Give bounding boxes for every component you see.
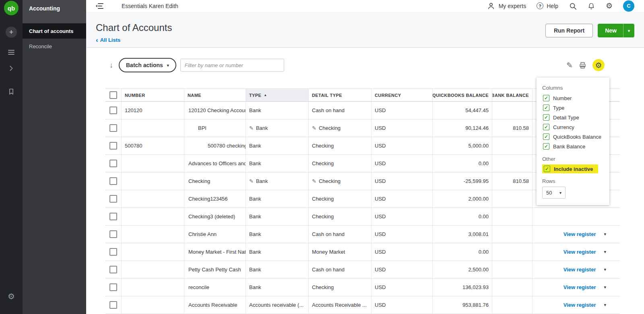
row-currency: USD: [372, 172, 433, 190]
new-button[interactable]: New ▾: [598, 24, 634, 37]
page-title: Chart of Accounts: [96, 22, 172, 33]
action-caret-icon[interactable]: ▾: [604, 232, 606, 237]
table-settings-panel: Columns ✓Number✓Type✓Detail Type✓Currenc…: [537, 78, 609, 205]
column-checkbox[interactable]: ✓: [543, 143, 549, 150]
row-checkbox[interactable]: [109, 142, 117, 150]
column-toggle[interactable]: ✓Bank Balance: [542, 142, 604, 151]
select-all-checkbox[interactable]: [109, 91, 117, 99]
row-checkbox[interactable]: [109, 124, 117, 132]
panel-columns: ✓Number✓Type✓Detail Type✓Currency✓QuickB…: [542, 93, 604, 151]
row-checkbox[interactable]: [109, 160, 117, 167]
row-number: [122, 119, 184, 137]
col-name[interactable]: NAME: [184, 89, 246, 101]
toolbar: ↓ Batch actions ▾ ✎ ⚙: [86, 48, 644, 72]
view-register-link[interactable]: View register: [564, 302, 596, 308]
view-register-link[interactable]: View register: [564, 231, 596, 237]
row-checkbox[interactable]: [109, 301, 117, 309]
chevron-down-icon[interactable]: ▾: [623, 29, 634, 33]
action-caret-icon[interactable]: ▾: [604, 249, 606, 254]
column-checkbox[interactable]: ✓: [543, 124, 549, 130]
qb-logo[interactable]: qb: [4, 1, 19, 15]
table-settings-gear-icon[interactable]: ⚙: [592, 59, 605, 71]
row-checkbox[interactable]: [109, 213, 117, 220]
page-header-actions: Run Report New ▾: [545, 24, 634, 37]
row-checkbox[interactable]: [109, 266, 117, 273]
col-type-label: TYPE: [249, 93, 261, 98]
person-icon: [487, 2, 495, 10]
column-toggle-label: QuickBooks Balance: [553, 134, 601, 140]
row-name: Money Market - First Nati: [184, 243, 246, 261]
avatar[interactable]: C: [623, 0, 634, 12]
col-type[interactable]: TYPE ▲: [246, 89, 309, 101]
help-button[interactable]: ? Help: [537, 2, 558, 9]
column-toggle[interactable]: ✓QuickBooks Balance: [542, 132, 604, 142]
row-checkbox[interactable]: [109, 230, 117, 238]
action-caret-icon[interactable]: ▾: [604, 285, 606, 290]
my-experts-button[interactable]: My experts: [487, 2, 526, 10]
edit-pencil-icon[interactable]: ✎: [566, 61, 573, 70]
row-type: Accounts receivable (...: [249, 302, 303, 308]
view-register-link[interactable]: View register: [564, 284, 596, 290]
col-detail-type[interactable]: DETAIL TYPE: [309, 89, 372, 101]
nav-item[interactable]: Chart of accounts: [23, 23, 86, 39]
row-qb-balance: 953,881.76: [433, 296, 492, 314]
run-report-button[interactable]: Run Report: [545, 24, 593, 37]
row-bank-balance: [492, 226, 533, 243]
settings-gear-icon[interactable]: ⚙: [4, 289, 19, 304]
column-toggle-label: Type: [553, 105, 564, 111]
print-icon[interactable]: [578, 61, 587, 70]
column-toggle-label: Detail Type: [553, 115, 579, 121]
view-register-link[interactable]: View register: [564, 249, 596, 255]
back-link-label: All Lists: [100, 37, 121, 43]
col-quickbooks-balance[interactable]: QUICKBOOKS BALANCE: [433, 89, 492, 101]
row-currency: USD: [372, 137, 433, 154]
toolbar-right: ✎ ⚙: [566, 59, 605, 71]
add-button[interactable]: +: [4, 25, 19, 39]
include-inactive-checkbox[interactable]: ✓: [544, 166, 550, 172]
company-name: Essentials Karen Edith: [122, 3, 178, 9]
columns-label: Columns: [542, 85, 604, 91]
col-number[interactable]: NUMBER: [122, 89, 184, 101]
hamburger-icon[interactable]: [4, 45, 19, 60]
row-detail: Checking: [319, 125, 341, 131]
search-icon[interactable]: [569, 2, 577, 10]
header-gear-icon[interactable]: ⚙: [606, 1, 613, 10]
bookmark-icon[interactable]: [4, 84, 19, 99]
action-caret-icon[interactable]: ▾: [604, 302, 606, 308]
column-checkbox[interactable]: ✓: [543, 95, 549, 101]
chevron-right-icon[interactable]: [4, 61, 19, 76]
row-detail: Checking: [312, 213, 334, 220]
row-action: View register ▾: [533, 296, 620, 314]
rows-per-page-select[interactable]: 50 ▾: [542, 187, 566, 199]
column-toggle[interactable]: ✓Currency: [542, 122, 604, 132]
nav-item[interactable]: Reconcile: [23, 39, 86, 54]
column-checkbox[interactable]: ✓: [543, 105, 549, 111]
collapse-sidebar-icon[interactable]: [95, 2, 104, 10]
row-checkbox[interactable]: [109, 195, 117, 203]
row-checkbox[interactable]: [109, 248, 117, 256]
view-register-link[interactable]: View register: [564, 267, 596, 273]
row-checkbox[interactable]: [109, 283, 117, 291]
notifications-bell-icon[interactable]: [587, 2, 595, 10]
row-type: Bank: [249, 160, 261, 166]
row-checkbox[interactable]: [109, 177, 117, 185]
back-link[interactable]: ‹ All Lists: [96, 37, 120, 43]
row-currency: USD: [372, 102, 433, 119]
row-qb-balance: 2,500.00: [433, 261, 492, 278]
col-currency[interactable]: CURRENCY: [372, 89, 433, 101]
col-bank-balance[interactable]: BANK BALANCE: [492, 89, 533, 101]
column-toggle[interactable]: ✓Type: [542, 103, 604, 113]
my-experts-label: My experts: [499, 3, 526, 9]
row-checkbox[interactable]: [109, 107, 117, 114]
column-checkbox[interactable]: ✓: [543, 133, 549, 140]
column-checkbox[interactable]: ✓: [543, 114, 549, 121]
sort-icon[interactable]: ↓: [109, 61, 113, 70]
column-toggle[interactable]: ✓Number: [542, 93, 604, 103]
row-bank-balance: 810.58: [492, 119, 533, 137]
filter-input[interactable]: [180, 59, 284, 72]
column-toggle[interactable]: ✓Detail Type: [542, 113, 604, 122]
batch-actions-button[interactable]: Batch actions ▾: [119, 58, 176, 72]
row-bank-balance: 810.58: [492, 172, 533, 190]
include-inactive-option[interactable]: ✓ Include inactive: [542, 164, 598, 173]
action-caret-icon[interactable]: ▾: [604, 267, 606, 272]
